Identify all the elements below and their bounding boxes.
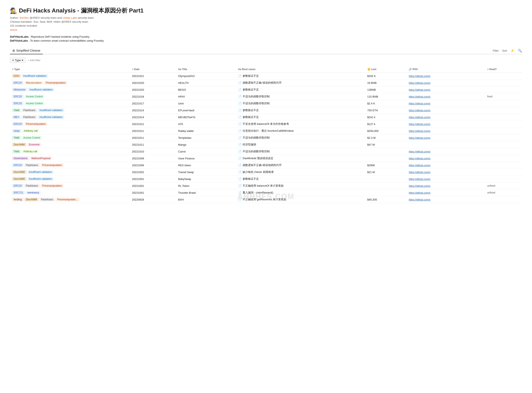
cell-lost: $47 M [365, 141, 407, 148]
type-tag[interactable]: Insufficient validation [27, 177, 54, 181]
type-tag[interactable]: Pricemanipulation [44, 81, 67, 85]
type-tag[interactable]: Flashloans [22, 108, 37, 112]
type-tag[interactable]: Dex/AMM [24, 198, 39, 201]
poc-link[interactable]: https://github.com/s [409, 123, 430, 126]
doc-icon: 📄 [238, 177, 242, 181]
type-tag[interactable]: MEV [12, 115, 21, 119]
poc-link[interactable]: https://github.com/s [409, 88, 430, 91]
type-tag[interactable]: Insufficient validation [38, 115, 64, 119]
poc-link[interactable]: https://github.com/s [409, 137, 430, 139]
col-header-poc[interactable]: 🔗 POC [407, 66, 485, 73]
poc-link[interactable]: https://github.com/s [409, 150, 430, 153]
lightning-icon[interactable]: ⚡ [510, 49, 515, 53]
poc-link[interactable]: https://github.com/s [409, 178, 430, 181]
type-tag[interactable]: Pricemanipulatio... [56, 198, 79, 201]
cell-poc: https://github.com/s [407, 162, 485, 169]
cell-type: MEVFlashloansInsufficient validation [10, 114, 130, 121]
page-header: 🕵️ DeFi Hacks Analysis - 漏洞根本原因分析 Part1 … [10, 7, 522, 31]
col-header-date[interactable]: ≡ Date [130, 66, 176, 73]
poc-link[interactable]: https://github.com/s [409, 171, 430, 174]
poc-link[interactable]: https://github.com/s [409, 192, 430, 194]
type-tag[interactable]: reentrancy [26, 191, 41, 195]
poc-link[interactable]: https://github.com/s [409, 75, 430, 78]
type-tag[interactable]: Access Control [24, 102, 44, 105]
col-header-title[interactable]: Aa Title [176, 66, 236, 73]
type-tag[interactable]: Metaverse [12, 88, 27, 92]
table-row: Dex/AMMEconomic20221011Mango📄经济型漏洞$47 M [10, 141, 522, 148]
type-tag[interactable]: Insufficient validation [28, 88, 54, 92]
root-text: 缺少钱包 Owner 权限检查 [243, 170, 274, 174]
cell-poc: https://github.com/s [407, 182, 485, 189]
type-tag[interactable]: Access Control [22, 136, 42, 140]
type-tag[interactable]: Yield [12, 136, 21, 140]
root-text: 经济型漏洞 [243, 143, 256, 147]
type-tag[interactable]: MaliciosProposal [30, 157, 52, 160]
type-tag[interactable]: Dex/AMM [12, 170, 26, 174]
poc-link[interactable]: https://github.com/s [409, 116, 430, 119]
type-tag[interactable]: Economic [27, 143, 42, 147]
type-tag[interactable]: Pricemanipulation [41, 163, 64, 167]
type-tag[interactable]: Dex/AMM [12, 177, 26, 181]
poc-link[interactable]: https://github.com/s [409, 102, 430, 105]
poc-link[interactable]: https://github.com/s [409, 109, 430, 112]
cell-date: 20221011 [130, 128, 176, 134]
type-tag[interactable]: Yield [12, 108, 21, 112]
search-icon[interactable]: 🔍 [518, 49, 522, 53]
col-icon-title: Aa [178, 68, 181, 71]
poc-link[interactable]: https://github.com/s [409, 185, 430, 187]
type-tag[interactable]: Governance [12, 157, 29, 160]
filter-action[interactable]: Filter [493, 49, 499, 52]
type-tag[interactable]: Insufficient validation [38, 108, 64, 112]
sunsec-link[interactable]: SunSec [19, 16, 29, 19]
type-tag[interactable]: Flashloans [39, 198, 55, 201]
type-tag[interactable]: Yield [12, 150, 21, 153]
type-tag[interactable]: Dex/AMM [12, 143, 26, 147]
poc-link[interactable]: https://github.com/s [409, 130, 430, 133]
cell-date: 20220928 [130, 196, 176, 203]
root-text: 不适当的函数存取控制 [243, 95, 270, 98]
col-icon-date: ≡ [132, 68, 133, 71]
type-tag[interactable]: ERC20 [12, 81, 24, 85]
unitas-link[interactable]: Unitas Labs [63, 16, 77, 19]
add-filter-btn[interactable]: + Add filter [28, 59, 41, 62]
type-tag[interactable]: Miscalculation [24, 81, 43, 85]
type-tag[interactable]: ERC721 [12, 191, 25, 195]
type-tag[interactable]: DAO [12, 74, 21, 78]
cell-type: swapArbitrary call [10, 128, 130, 134]
type-tag[interactable]: ERC20 [12, 122, 24, 126]
type-tag[interactable]: ERC20 [12, 184, 24, 188]
type-tag[interactable]: ERC20 [12, 102, 24, 105]
type-filter-btn[interactable]: ≡ Type ▾ [10, 58, 26, 63]
poc-link[interactable]: https://github.com/s [409, 95, 430, 98]
type-tag[interactable]: Access Control [24, 95, 44, 98]
poc-link[interactable]: https://github.com/s [409, 198, 430, 201]
type-tag[interactable]: Insufficient validation [22, 74, 48, 78]
type-tag[interactable]: Arbitrary call [22, 129, 39, 133]
title-emoji: 🕵️ [10, 7, 17, 14]
cell-title: Thunder Brawl [176, 189, 236, 196]
sort-action[interactable]: Sort [502, 49, 507, 52]
type-tag[interactable]: lending [12, 198, 24, 201]
type-tag[interactable]: ERC20 [12, 95, 24, 98]
type-tag[interactable]: Flashloans [22, 115, 37, 119]
poc-link[interactable]: https://github.com/s [409, 157, 430, 160]
tab-simplified-chinese[interactable]: ⊞ Simplified Chinese [10, 47, 43, 54]
cell-title: HEALTH [176, 79, 236, 86]
poc-link[interactable]: https://github.com/s [409, 164, 430, 167]
col-header-lost[interactable]: 🪙 Lost [365, 66, 407, 73]
col-header-type[interactable]: ≡ Type [10, 66, 130, 73]
type-tag[interactable]: ERC20 [12, 163, 24, 167]
type-tag[interactable]: swap [12, 129, 21, 133]
filter-icon: ≡ [12, 59, 14, 62]
type-tag[interactable]: Flashloans [24, 163, 40, 167]
poc-link[interactable]: https://github.com/s [409, 82, 430, 84]
type-tag[interactable]: Pricemanipulation [41, 184, 64, 188]
col-header-root[interactable]: Aa Root cause [236, 66, 365, 73]
col-header-fixed[interactable]: ≡ fixed? [485, 66, 522, 73]
cell-fixed [485, 128, 522, 134]
type-tag[interactable]: Flashloans [24, 184, 40, 188]
type-tag[interactable]: Arbitrary call [22, 150, 39, 153]
home-link[interactable]: Home [10, 28, 17, 31]
type-tag[interactable]: Insufficient validation [27, 170, 54, 174]
type-tag[interactable]: Pricemanipulation [24, 122, 47, 126]
